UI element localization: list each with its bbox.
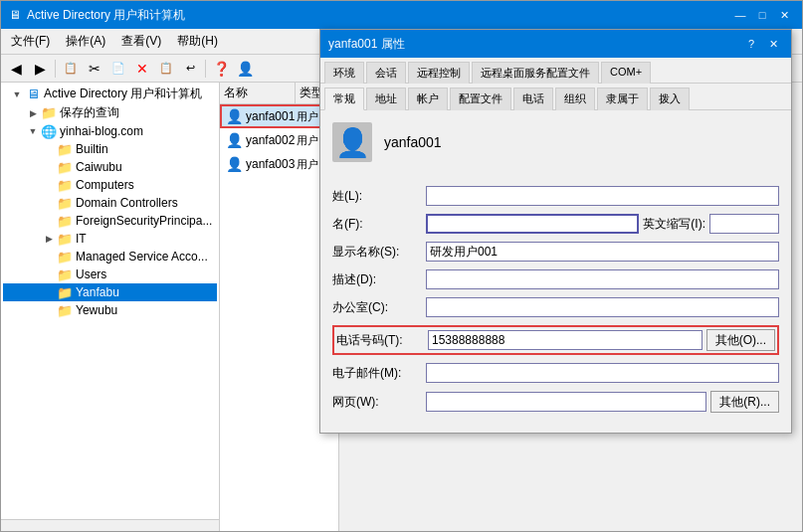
yanfabu-folder-icon: 📁 [57,284,73,300]
show-button[interactable]: 📋 [60,58,82,80]
firstname-input[interactable] [426,214,639,234]
english-label: 英文缩写(I): [643,216,705,233]
menu-view[interactable]: 查看(V) [115,31,167,52]
description-label: 描述(D): [332,271,422,288]
it-folder-icon: 📁 [57,231,73,247]
displayname-row: 显示名称(S): [332,242,779,262]
yewubu-folder-icon: 📁 [57,302,73,318]
main-window: 🖥 Active Directory 用户和计算机 — □ ✕ 文件(F) 操作… [0,0,803,532]
tree-item-yewubu[interactable]: 📁 Yewubu [3,301,217,319]
domain-icon: 🌐 [41,123,57,139]
menu-action[interactable]: 操作(A) [60,31,111,52]
displayname-input[interactable] [426,242,779,262]
foreign-folder-icon: 📁 [57,213,73,229]
description-row: 描述(D): [332,269,779,289]
firstname-label: 名(F): [332,216,422,233]
webpage-row: 网页(W): 其他(R)... [332,391,779,413]
toolbar-sep1 [55,60,56,78]
left-panel: ▼ 🖥 Active Directory 用户和计算机 ▶ 📁 保存的查询 ▼ … [1,83,220,531]
office-row: 办公室(C): [332,297,779,317]
office-label: 办公室(C): [332,299,422,316]
tab-general[interactable]: 常规 [324,88,364,110]
tab-phone[interactable]: 电话 [513,88,553,110]
email-input[interactable] [426,363,779,383]
main-title-bar: 🖥 Active Directory 用户和计算机 — □ ✕ [1,1,802,29]
tree-item-saved[interactable]: ▶ 📁 保存的查询 [3,103,217,122]
phone-other-button[interactable]: 其他(O)... [706,329,775,351]
help-toolbar-button[interactable]: ❓ [210,58,232,80]
tree-root[interactable]: ▼ 🖥 Active Directory 用户和计算机 [3,85,217,103]
computers-folder-icon: 📁 [57,177,73,193]
tree-horizontal-scroll[interactable] [1,519,219,531]
user-icon-yanfa002: 👤 [226,132,243,148]
email-row: 电子邮件(M): [332,363,779,383]
avatar-icon: 👤 [335,126,370,159]
tree-item-domaincontrollers[interactable]: 📁 Domain Controllers [3,194,217,212]
tree-item-foreignsecurity[interactable]: 📁 ForeignSecurityPrincipa... [3,212,217,230]
user-icon-yanfa003: 👤 [226,156,243,172]
tab-bar-row2: 常规 地址 帐户 配置文件 电话 组织 隶属于 拨入 [320,84,791,110]
toolbar-sep2 [205,60,206,78]
tree-item-domain[interactable]: ▼ 🌐 yinhai-blog.com [3,122,217,140]
properties-dialog: yanfa001 属性 ? ✕ 环境 会话 远程控制 远程桌面服务配置文件 CO… [319,83,792,434]
dc-folder-icon: 📁 [57,195,73,211]
webpage-other-button[interactable]: 其他(R)... [710,391,779,413]
saved-expand-icon[interactable]: ▶ [25,108,41,118]
tree-item-builtin[interactable]: 📁 Builtin [3,140,217,158]
phone-input[interactable] [428,330,703,350]
root-expand-icon[interactable]: ▼ [9,89,25,99]
dialog-body: 👤 yanfa001 姓(L): 名(F): 英文缩写(I): [320,110,791,433]
tree-item-managed[interactable]: 📁 Managed Service Acco... [3,248,217,266]
user-display-name: yanfa001 [384,134,442,150]
tab-member-of[interactable]: 隶属于 [597,88,648,110]
main-title-text: 🖥 Active Directory 用户和计算机 [9,7,185,24]
it-expand-icon[interactable]: ▶ [41,234,57,244]
managed-folder-icon: 📁 [57,249,73,265]
user-toolbar-button[interactable]: 👤 [234,58,256,80]
close-main-button[interactable]: ✕ [774,5,794,25]
tab-dialin[interactable]: 拨入 [650,88,690,110]
lastname-row: 姓(L): [332,186,779,206]
office-input[interactable] [426,297,779,317]
tab-profile[interactable]: 配置文件 [450,88,511,110]
root-domain-icon: 🖥 [25,87,41,102]
cut-button[interactable]: ✂ [84,58,105,80]
phone-row: 电话号码(T): 其他(O)... [332,325,779,355]
tree-item-caiwubu[interactable]: 📁 Caiwubu [3,158,217,176]
displayname-label: 显示名称(S): [332,244,422,261]
title-controls: — □ ✕ [730,5,794,25]
menu-help[interactable]: 帮助(H) [171,31,224,52]
tab-account[interactable]: 帐户 [408,88,448,110]
user-header: 👤 yanfa001 [332,122,779,170]
tab-address[interactable]: 地址 [366,88,406,110]
tree-view: ▼ 🖥 Active Directory 用户和计算机 ▶ 📁 保存的查询 ▼ … [1,83,219,519]
main-content: ▼ 🖥 Active Directory 用户和计算机 ▶ 📁 保存的查询 ▼ … [1,83,802,531]
user-icon-yanfa001: 👤 [226,108,243,124]
phone-label: 电话号码(T): [336,332,424,349]
forward-button[interactable]: ▶ [29,58,51,80]
lastname-input[interactable] [426,186,779,206]
english-input[interactable] [709,214,779,234]
email-label: 电子邮件(M): [332,365,422,382]
main-title-icon: 🖥 [9,8,21,22]
webpage-input[interactable] [426,392,706,412]
tree-item-yanfabu[interactable]: 📁 Yanfabu [3,283,217,301]
delete-button[interactable]: ✕ [131,58,153,80]
lastname-label: 姓(L): [332,188,422,205]
undo-button[interactable]: ↩ [179,58,201,80]
maximize-button[interactable]: □ [752,5,772,25]
domain-expand-icon[interactable]: ▼ [25,126,41,136]
tree-item-users[interactable]: 📁 Users [3,266,217,283]
webpage-label: 网页(W): [332,394,422,411]
tree-item-computers[interactable]: 📁 Computers [3,176,217,194]
tree-item-it[interactable]: ▶ 📁 IT [3,230,217,248]
description-input[interactable] [426,269,779,289]
avatar: 👤 [332,122,372,162]
tab-organization[interactable]: 组织 [555,88,595,110]
paste-button[interactable]: 📋 [155,58,177,80]
menu-file[interactable]: 文件(F) [5,31,56,52]
copy-button[interactable]: 📄 [107,58,129,80]
caiwubu-folder-icon: 📁 [57,159,73,175]
minimize-button[interactable]: — [730,5,750,25]
back-button[interactable]: ◀ [5,58,27,80]
